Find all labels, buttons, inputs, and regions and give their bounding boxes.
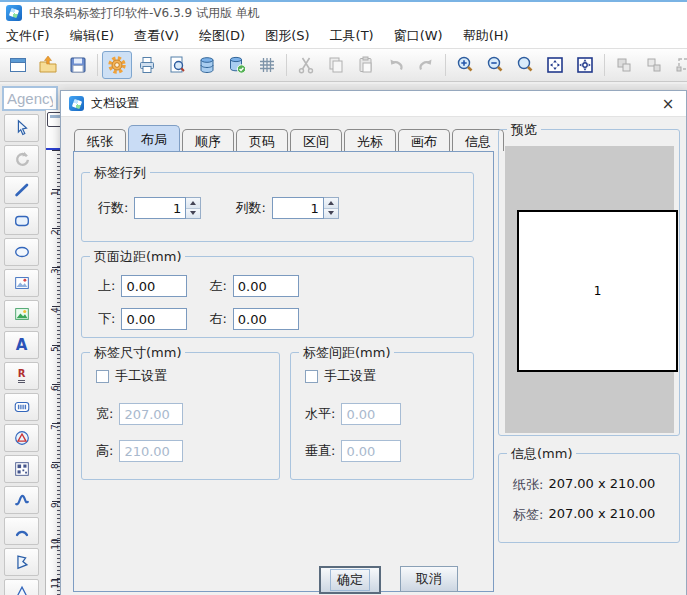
dialog-title: 文档设置 [91, 95, 139, 112]
group-title: 标签尺寸(mm) [90, 344, 185, 362]
open-file-icon[interactable] [33, 51, 63, 79]
info-paper-line: 纸张: 207.00 x 210.00 [513, 476, 655, 494]
font-family-combo[interactable] [2, 86, 58, 111]
curve-icon[interactable] [4, 486, 39, 514]
label-height-label: 高: [96, 442, 113, 460]
tab-layout[interactable]: 布局 [128, 125, 180, 151]
menu-view[interactable]: 查看(V) [134, 27, 179, 45]
tab-canvas[interactable]: 画布 [398, 129, 450, 151]
save-icon[interactable] [63, 51, 93, 79]
polygon-icon[interactable] [4, 548, 39, 576]
group-title: 页面边距(mm) [90, 248, 185, 266]
rounded-rectangle-icon[interactable] [4, 207, 39, 235]
columns-label: 列数: [235, 199, 265, 217]
zoom-icon[interactable] [510, 51, 540, 79]
triangle-icon[interactable] [4, 579, 39, 595]
group-rows-columns: 标签行列 行数: 列数: [81, 172, 474, 242]
fit-window-icon[interactable] [570, 51, 600, 79]
margin-bottom-label: 下: [98, 310, 115, 328]
label-size-manual-label: 手工设置 [115, 367, 167, 385]
label-size-manual-checkbox[interactable] [96, 370, 109, 383]
text-icon[interactable]: A [4, 331, 39, 359]
rich-text-glyph: R [18, 369, 26, 383]
menu-window[interactable]: 窗口(W) [394, 27, 443, 45]
group-title: 信息(mm) [507, 445, 576, 463]
document-settings-dialog: 文档设置 × 纸张 布局 顺序 页码 区间 光标 画布 信息 标签行列 [60, 90, 687, 595]
cancel-button[interactable]: 取消 [400, 566, 458, 592]
margin-left-label: 左: [209, 277, 226, 295]
zoom-out-icon[interactable] [480, 51, 510, 79]
margin-left-input[interactable] [233, 275, 299, 297]
columns-input[interactable] [272, 197, 324, 219]
ruler-mark: 11 [50, 575, 60, 592]
print-icon[interactable] [132, 51, 162, 79]
dialog-logo-icon [69, 96, 84, 111]
barcode-icon[interactable] [4, 393, 39, 421]
info-label-value: 207.00 x 210.00 [548, 506, 655, 524]
group-page-margins: 页面边距(mm) 上: 左: 下: 右: [81, 256, 474, 338]
tab-range[interactable]: 区间 [290, 129, 342, 151]
menu-help[interactable]: 帮助(H) [463, 27, 509, 45]
dialog-tabs: 纸张 布局 顺序 页码 区间 光标 画布 信息 [74, 125, 506, 151]
close-icon[interactable]: × [658, 95, 678, 113]
preview-label-cell: 1 [517, 210, 678, 372]
menu-draw[interactable]: 绘图(D) [199, 27, 245, 45]
tab-cursor[interactable]: 光标 [344, 129, 396, 151]
info-paper-label: 纸张: [513, 476, 543, 494]
label-width-label: 宽: [96, 405, 113, 423]
shape-icon[interactable] [4, 424, 39, 452]
tab-info[interactable]: 信息 [452, 129, 504, 151]
rows-label: 行数: [98, 199, 128, 217]
fit-page-icon[interactable] [540, 51, 570, 79]
menu-edit[interactable]: 编辑(E) [70, 27, 114, 45]
ellipse-icon[interactable] [4, 238, 39, 266]
margin-right-label: 右: [209, 310, 226, 328]
image-icon[interactable] [4, 269, 39, 297]
qrcode-icon[interactable] [4, 455, 39, 483]
margin-top-input[interactable] [121, 275, 187, 297]
database-connect-icon[interactable] [192, 51, 222, 79]
menu-bar: 文件(F) 编辑(E) 查看(V) 绘图(D) 图形(S) 工具(T) 窗口(W… [0, 24, 687, 48]
columns-spin-up-icon[interactable] [324, 198, 338, 209]
margin-bottom-input[interactable] [121, 308, 187, 330]
ok-button[interactable]: 确定 [319, 566, 381, 594]
menu-file[interactable]: 文件(F) [6, 27, 50, 45]
margin-top-label: 上: [98, 277, 115, 295]
zoom-in-icon[interactable] [450, 51, 480, 79]
menu-tools[interactable]: 工具(T) [330, 27, 374, 45]
ruler-mark: 4 [50, 302, 60, 319]
undo-icon [381, 51, 411, 79]
grid-settings-icon[interactable] [252, 51, 282, 79]
line-icon[interactable] [4, 176, 39, 204]
rows-input[interactable] [134, 197, 186, 219]
rows-spin-down-icon[interactable] [186, 209, 200, 219]
info-label-line: 标签: 207.00 x 210.00 [513, 506, 655, 524]
document-settings-icon[interactable] [102, 51, 132, 79]
toolbar [0, 48, 687, 82]
copy-icon [321, 51, 351, 79]
menu-graphics[interactable]: 图形(S) [265, 27, 309, 45]
rich-text-icon[interactable]: R [4, 362, 39, 390]
ruler-mark: 5 [50, 341, 60, 358]
tab-pagenumber[interactable]: 页码 [236, 129, 288, 151]
title-bar: 中琅条码标签打印软件-V6.3.9 试用版 单机 [0, 2, 687, 24]
rows-spin-up-icon[interactable] [186, 198, 200, 209]
print-preview-icon[interactable] [162, 51, 192, 79]
database-import-icon[interactable] [222, 51, 252, 79]
preview-area: 1 [505, 146, 674, 433]
select-cursor-icon[interactable] [4, 114, 39, 142]
group-label-size: 标签尺寸(mm) 手工设置 宽: 高: [81, 352, 280, 480]
tab-order[interactable]: 顺序 [182, 129, 234, 151]
arc-icon[interactable] [4, 517, 39, 545]
columns-spin-down-icon[interactable] [324, 209, 338, 219]
clipart-icon[interactable] [4, 300, 39, 328]
ruler-mark: 8 [50, 458, 60, 475]
group-preview: 预览 1 [498, 129, 680, 436]
spacing-horizontal-input [341, 403, 401, 425]
new-document-icon[interactable] [3, 51, 33, 79]
tab-paper[interactable]: 纸张 [74, 129, 126, 151]
dialog-title-bar: 文档设置 × [61, 91, 686, 117]
label-spacing-manual-checkbox[interactable] [305, 370, 318, 383]
margin-right-input[interactable] [233, 308, 299, 330]
application-window: 中琅条码标签打印软件-V6.3.9 试用版 单机 文件(F) 编辑(E) 查看(… [0, 0, 687, 595]
